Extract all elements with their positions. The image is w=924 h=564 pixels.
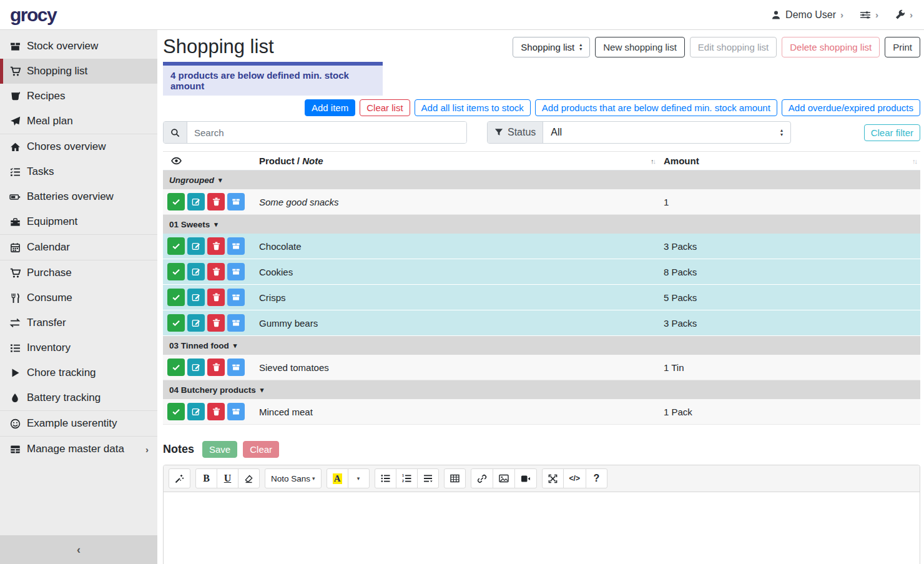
sort-icon[interactable]: ↑↓ (651, 157, 655, 165)
delete-item-button[interactable] (207, 359, 225, 376)
add-all-to-stock-button[interactable]: Add all list items to stock (415, 99, 531, 116)
add-to-stock-button[interactable] (227, 193, 245, 210)
sidebar-item-recipes[interactable]: Recipes (0, 84, 157, 109)
delete-item-button[interactable] (207, 403, 225, 420)
add-below-min-stock-button[interactable]: Add products that are below defined min.… (535, 99, 777, 116)
add-to-stock-button[interactable] (227, 359, 245, 376)
code-view-button[interactable]: </> (563, 468, 586, 488)
clear-filter-button[interactable]: Clear filter (864, 124, 920, 141)
sidebar-item-purchase[interactable]: Purchase (0, 260, 157, 285)
add-to-stock-button[interactable] (227, 289, 245, 306)
search-input[interactable] (187, 122, 466, 143)
sidebar-item-meal-plan[interactable]: Meal plan (0, 109, 157, 134)
sidebar-item-shopping-list[interactable]: Shopping list (0, 59, 157, 84)
col-header-product[interactable]: Product / (259, 156, 300, 166)
sidebar-item-chores-overview[interactable]: Chores overview (0, 134, 157, 159)
insert-picture-button[interactable] (493, 468, 515, 488)
edit-shopping-list-button[interactable]: Edit shopping list (690, 37, 777, 57)
box-icon (9, 41, 21, 52)
eye-icon[interactable] (171, 156, 182, 166)
col-header-note[interactable]: Note (302, 156, 323, 166)
edit-item-button[interactable] (187, 237, 205, 255)
add-item-button[interactable]: Add item (305, 99, 355, 116)
product-group-header[interactable]: 03 Tinned food ▾ (163, 336, 920, 355)
notes-textarea[interactable] (164, 492, 920, 564)
edit-item-button[interactable] (187, 289, 205, 306)
insert-video-button[interactable] (514, 468, 537, 488)
sidebar-item-chore-tracking[interactable]: Chore tracking (0, 360, 157, 385)
sidebar-item-example-userentity[interactable]: Example userentity (0, 411, 157, 436)
sidebar-item-inventory[interactable]: Inventory (0, 335, 157, 360)
col-header-amount[interactable]: Amount (664, 156, 699, 166)
mark-done-button[interactable] (167, 359, 185, 376)
delete-item-button[interactable] (207, 193, 225, 210)
insert-link-button[interactable] (471, 468, 493, 488)
new-shopping-list-button[interactable]: New shopping list (595, 37, 685, 57)
sidebar-item-transfer[interactable]: Transfer (0, 310, 157, 335)
edit-item-button[interactable] (187, 403, 205, 420)
add-to-stock-button[interactable] (227, 237, 245, 255)
font-color-button[interactable]: A (327, 468, 348, 488)
sidebar-item-battery-tracking[interactable]: Battery tracking (0, 385, 157, 410)
mark-done-button[interactable] (167, 403, 185, 420)
edit-item-button[interactable] (187, 193, 205, 210)
shopping-list-select[interactable]: Shopping list ▴▾ (513, 37, 590, 57)
product-name: Sieved tomatoes (259, 362, 329, 373)
notes-clear-button[interactable]: Clear (243, 441, 279, 458)
add-overdue-products-button[interactable]: Add overdue/expired products (782, 99, 920, 116)
filter-funnel-icon (494, 128, 503, 137)
mark-done-button[interactable] (167, 314, 185, 332)
magic-style-button[interactable] (169, 468, 190, 488)
mark-done-button[interactable] (167, 289, 185, 306)
delete-shopping-list-button[interactable]: Delete shopping list (782, 37, 880, 57)
sidebar-item-equipment[interactable]: Equipment (0, 209, 157, 234)
admin-menu[interactable]: › (895, 9, 913, 20)
product-group-header[interactable]: Ungrouped ▾ (163, 171, 920, 189)
underline-button[interactable]: U (217, 468, 238, 488)
tint-drop-icon (9, 393, 21, 403)
amount-value: 3 Packs (664, 241, 697, 252)
add-to-stock-button[interactable] (227, 314, 245, 332)
delete-item-button[interactable] (207, 289, 225, 306)
edit-item-button[interactable] (187, 263, 205, 280)
mark-done-button[interactable] (167, 193, 185, 210)
sidebar-collapse-button[interactable]: ‹ (0, 535, 157, 564)
sidebar-item-consume[interactable]: Consume (0, 285, 157, 310)
sidebar-item-stock-overview[interactable]: Stock overview (0, 34, 157, 59)
delete-item-button[interactable] (207, 314, 225, 332)
sidebar-item-tasks[interactable]: Tasks (0, 159, 157, 184)
bold-button[interactable]: B (195, 468, 217, 488)
min-stock-alert: 4 products are below defined min. stock … (163, 62, 383, 96)
edit-item-button[interactable] (187, 314, 205, 332)
delete-item-button[interactable] (207, 263, 225, 280)
user-menu[interactable]: Demo User › (771, 9, 843, 21)
grocy-logo: grocy (10, 4, 56, 26)
fullscreen-button[interactable] (542, 468, 564, 488)
sort-icon[interactable]: ↑↓ (912, 157, 917, 165)
mark-done-button[interactable] (167, 237, 185, 255)
sidebar-item-calendar[interactable]: Calendar (0, 235, 157, 260)
ordered-list-button[interactable]: 12 (396, 468, 418, 488)
mark-done-button[interactable] (167, 263, 185, 280)
unordered-list-button[interactable] (375, 468, 396, 488)
sidebar-item-manage-master-data[interactable]: Manage master data › (0, 437, 157, 462)
add-to-stock-button[interactable] (227, 263, 245, 280)
product-group-header[interactable]: 01 Sweets ▾ (163, 215, 920, 234)
font-family-select[interactable]: Noto Sans ▾ (265, 468, 322, 488)
add-to-stock-button[interactable] (227, 403, 245, 420)
sidebar-item-batteries-overview[interactable]: Batteries overview (0, 184, 157, 209)
notes-save-button[interactable]: Save (202, 441, 237, 458)
status-filter-select[interactable]: All ▴▾ (543, 122, 790, 143)
product-group-header[interactable]: 04 Butchery products ▾ (163, 380, 920, 399)
paragraph-style-button[interactable] (417, 468, 439, 488)
font-color-dropdown[interactable]: ▾ (348, 468, 370, 488)
delete-item-button[interactable] (207, 237, 225, 255)
help-button[interactable]: ? (586, 468, 607, 488)
print-button[interactable]: Print (885, 37, 920, 57)
clear-list-button[interactable]: Clear list (360, 99, 410, 116)
insert-table-button[interactable] (444, 468, 466, 488)
quick-settings-menu[interactable]: › (860, 9, 878, 20)
clear-formatting-button[interactable] (238, 468, 260, 488)
sliders-icon (860, 10, 871, 20)
edit-item-button[interactable] (187, 359, 205, 376)
